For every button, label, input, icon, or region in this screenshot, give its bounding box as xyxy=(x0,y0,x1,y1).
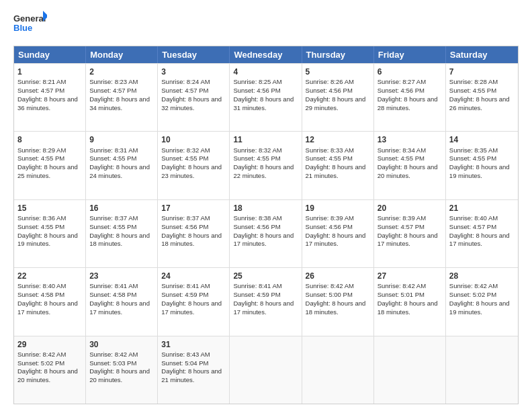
cal-cell: 5Sunrise: 8:26 AMSunset: 4:56 PMDaylight… xyxy=(302,64,374,131)
calendar: SundayMondayTuesdayWednesdayThursdayFrid… xyxy=(13,46,519,404)
cal-cell: 14Sunrise: 8:35 AMSunset: 4:55 PMDayligh… xyxy=(446,132,518,199)
daylight: Daylight: 8 hours and 18 minutes. xyxy=(161,232,222,248)
logo: General Blue xyxy=(13,11,47,39)
day-number: 7 xyxy=(449,66,515,77)
day-number: 24 xyxy=(161,271,226,281)
daylight: Daylight: 8 hours and 23 minutes. xyxy=(161,163,222,179)
cal-cell: 3Sunrise: 8:24 AMSunset: 4:57 PMDaylight… xyxy=(158,64,230,131)
sunrise: Sunrise: 8:26 AM xyxy=(306,78,354,85)
week-row-1: 1Sunrise: 8:21 AMSunset: 4:57 PMDaylight… xyxy=(14,63,518,131)
sunset: Sunset: 4:59 PM xyxy=(233,291,280,298)
sunset: Sunset: 4:57 PM xyxy=(161,87,208,94)
sunset: Sunset: 4:58 PM xyxy=(89,291,136,298)
sunrise: Sunrise: 8:34 AM xyxy=(378,146,426,154)
day-number: 27 xyxy=(378,271,442,281)
day-number: 4 xyxy=(233,66,298,77)
cal-cell: 1Sunrise: 8:21 AMSunset: 4:57 PMDaylight… xyxy=(14,64,86,131)
sunrise: Sunrise: 8:41 AM xyxy=(161,282,210,289)
sunset: Sunset: 4:56 PM xyxy=(233,223,280,230)
daylight: Daylight: 8 hours and 17 minutes. xyxy=(378,232,438,248)
svg-text:Blue: Blue xyxy=(13,23,32,33)
cal-cell: 21Sunrise: 8:40 AMSunset: 4:57 PMDayligh… xyxy=(446,200,518,267)
sunrise: Sunrise: 8:35 AM xyxy=(449,146,498,154)
daylight: Daylight: 8 hours and 31 minutes. xyxy=(233,95,294,111)
cal-cell: 13Sunrise: 8:34 AMSunset: 4:55 PMDayligh… xyxy=(374,132,446,199)
daylight: Daylight: 8 hours and 34 minutes. xyxy=(89,95,150,111)
header-day-saturday: Saturday xyxy=(446,46,518,63)
cal-cell: 2Sunrise: 8:23 AMSunset: 4:57 PMDaylight… xyxy=(86,64,158,131)
logo-svg: General Blue xyxy=(13,11,47,39)
sunset: Sunset: 4:57 PM xyxy=(378,223,425,230)
cal-cell: 23Sunrise: 8:41 AMSunset: 4:58 PMDayligh… xyxy=(86,268,158,335)
cal-cell: 6Sunrise: 8:27 AMSunset: 4:56 PMDaylight… xyxy=(374,64,446,131)
daylight: Daylight: 8 hours and 29 minutes. xyxy=(306,95,366,111)
daylight: Daylight: 8 hours and 17 minutes. xyxy=(89,300,150,316)
daylight: Daylight: 8 hours and 18 minutes. xyxy=(89,232,150,248)
daylight: Daylight: 8 hours and 18 minutes. xyxy=(378,300,438,316)
cal-cell: 31Sunrise: 8:43 AMSunset: 5:04 PMDayligh… xyxy=(158,336,230,404)
sunrise: Sunrise: 8:27 AM xyxy=(378,78,426,85)
cal-cell: 8Sunrise: 8:29 AMSunset: 4:55 PMDaylight… xyxy=(14,132,86,199)
sunset: Sunset: 4:55 PM xyxy=(89,223,136,230)
day-number: 17 xyxy=(161,203,226,214)
day-number: 14 xyxy=(449,134,515,145)
day-number: 30 xyxy=(89,339,154,350)
sunrise: Sunrise: 8:42 AM xyxy=(378,282,426,289)
svg-text:General: General xyxy=(13,13,46,24)
daylight: Daylight: 8 hours and 22 minutes. xyxy=(233,163,294,179)
cal-cell: 29Sunrise: 8:42 AMSunset: 5:02 PMDayligh… xyxy=(14,336,86,404)
cal-cell: 17Sunrise: 8:37 AMSunset: 4:56 PMDayligh… xyxy=(158,200,230,267)
week-row-2: 8Sunrise: 8:29 AMSunset: 4:55 PMDaylight… xyxy=(14,131,518,199)
daylight: Daylight: 8 hours and 19 minutes. xyxy=(449,163,510,179)
day-number: 23 xyxy=(89,271,154,281)
sunset: Sunset: 4:55 PM xyxy=(306,154,353,162)
calendar-header: SundayMondayTuesdayWednesdayThursdayFrid… xyxy=(14,46,518,63)
sunset: Sunset: 5:02 PM xyxy=(449,291,496,298)
sunrise: Sunrise: 8:32 AM xyxy=(161,146,210,154)
day-number: 26 xyxy=(306,271,370,281)
day-number: 29 xyxy=(17,339,82,350)
cal-cell: 11Sunrise: 8:32 AMSunset: 4:55 PMDayligh… xyxy=(230,132,302,199)
sunrise: Sunrise: 8:28 AM xyxy=(449,78,498,85)
sunset: Sunset: 4:55 PM xyxy=(17,223,64,230)
cal-cell: 9Sunrise: 8:31 AMSunset: 4:55 PMDaylight… xyxy=(86,132,158,199)
sunrise: Sunrise: 8:43 AM xyxy=(161,351,210,358)
cal-cell: 7Sunrise: 8:28 AMSunset: 4:55 PMDaylight… xyxy=(446,64,518,131)
sunset: Sunset: 4:56 PM xyxy=(233,87,280,94)
sunrise: Sunrise: 8:31 AM xyxy=(89,146,138,154)
day-number: 25 xyxy=(233,271,298,281)
sunset: Sunset: 4:59 PM xyxy=(161,291,208,298)
daylight: Daylight: 8 hours and 17 minutes. xyxy=(161,300,222,316)
sunset: Sunset: 4:58 PM xyxy=(17,291,64,298)
day-number: 2 xyxy=(89,66,154,77)
daylight: Daylight: 8 hours and 21 minutes. xyxy=(306,163,366,179)
sunset: Sunset: 4:55 PM xyxy=(233,154,280,162)
daylight: Daylight: 8 hours and 25 minutes. xyxy=(17,163,78,179)
sunrise: Sunrise: 8:33 AM xyxy=(306,146,354,154)
header-day-tuesday: Tuesday xyxy=(158,46,230,63)
day-number: 12 xyxy=(306,134,370,145)
header-day-thursday: Thursday xyxy=(302,46,374,63)
sunset: Sunset: 5:00 PM xyxy=(306,291,353,298)
header-day-friday: Friday xyxy=(374,46,446,63)
cal-cell: 30Sunrise: 8:42 AMSunset: 5:03 PMDayligh… xyxy=(86,336,158,404)
sunrise: Sunrise: 8:42 AM xyxy=(449,282,498,289)
day-number: 5 xyxy=(306,66,370,77)
daylight: Daylight: 8 hours and 28 minutes. xyxy=(378,95,438,111)
cal-cell: 20Sunrise: 8:39 AMSunset: 4:57 PMDayligh… xyxy=(374,200,446,267)
cal-cell: 27Sunrise: 8:42 AMSunset: 5:01 PMDayligh… xyxy=(374,268,446,335)
cal-cell: 26Sunrise: 8:42 AMSunset: 5:00 PMDayligh… xyxy=(302,268,374,335)
header-day-wednesday: Wednesday xyxy=(230,46,302,63)
day-number: 10 xyxy=(161,134,226,145)
daylight: Daylight: 8 hours and 17 minutes. xyxy=(233,232,294,248)
day-number: 3 xyxy=(161,66,226,77)
sunset: Sunset: 4:55 PM xyxy=(449,154,496,162)
header-day-sunday: Sunday xyxy=(14,46,86,63)
cal-cell xyxy=(230,336,302,404)
sunset: Sunset: 5:01 PM xyxy=(378,291,425,298)
day-number: 9 xyxy=(89,134,154,145)
week-row-5: 29Sunrise: 8:42 AMSunset: 5:02 PMDayligh… xyxy=(14,336,518,404)
day-number: 19 xyxy=(306,203,370,214)
sunset: Sunset: 5:04 PM xyxy=(161,359,208,367)
sunset: Sunset: 4:56 PM xyxy=(306,87,353,94)
